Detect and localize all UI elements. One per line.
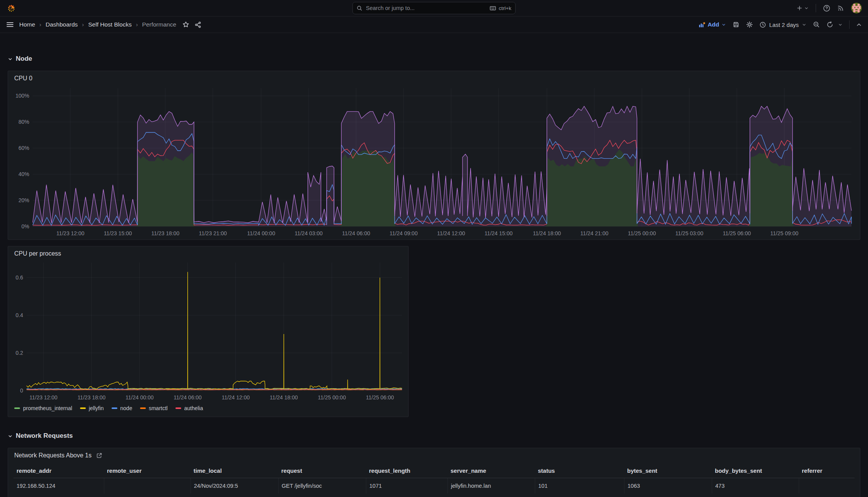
column-header[interactable]: remote_user (104, 463, 190, 478)
x-axis-label: 11/24 03:00 (295, 230, 323, 236)
y-axis-label: 40% (18, 171, 29, 177)
column-header[interactable]: request_length (366, 463, 447, 478)
y-axis-label: 0% (22, 223, 29, 229)
series-line-jellyfin (27, 272, 402, 390)
y-axis-label: 100% (15, 93, 29, 99)
network-table: remote_addrremote_usertime_localrequestr… (13, 463, 855, 494)
legend-swatch (140, 407, 146, 409)
help-icon (823, 5, 830, 12)
save-dashboard-button[interactable] (733, 21, 739, 28)
table-cell: 1071 (366, 478, 447, 494)
table-cell: jellyfin.home.lan (447, 478, 535, 494)
x-axis-label: 11/24 12:00 (222, 394, 250, 401)
dashboard-content: Node CPU 0 0%20%40%60%80%100%11/23 12:00… (0, 54, 868, 497)
legend-item[interactable]: node (112, 405, 132, 411)
table-cell: 192.168.50.124 (13, 478, 104, 494)
share-button[interactable] (195, 22, 201, 28)
chevron-up-icon (856, 22, 862, 28)
time-range-picker[interactable]: Last 2 days (760, 22, 806, 28)
row-header-node[interactable]: Node (8, 54, 860, 64)
toolbar-divider (849, 20, 850, 29)
column-header[interactable]: referrer (799, 463, 853, 478)
time-range-label: Last 2 days (769, 22, 799, 28)
dashboard-settings-button[interactable] (746, 21, 753, 28)
external-link-icon[interactable] (96, 452, 102, 459)
panel-network-requests: Network Requests Above 1s remote_addrrem… (8, 448, 860, 497)
x-axis-label: 11/24 00:00 (125, 394, 154, 401)
x-axis-label: 11/25 06:00 (723, 230, 751, 236)
share-icon (195, 22, 201, 28)
legend-item[interactable]: prometheus_internal (14, 405, 72, 411)
y-axis-label: 0.4 (16, 312, 23, 318)
x-axis-label: 11/23 18:00 (77, 394, 105, 401)
x-axis-label: 11/24 09:00 (390, 230, 418, 236)
chevron-down-icon (802, 22, 806, 27)
y-axis-label: 0 (20, 387, 23, 394)
legend-label: jellyfin (89, 405, 104, 411)
x-axis-label: 11/25 09:00 (770, 230, 798, 236)
collapse-toolbar-button[interactable] (856, 22, 862, 28)
dashboard-toolbar: Home › Dashboards › Self Host Blocks › P… (0, 17, 868, 33)
x-axis-label: 11/25 00:00 (318, 394, 346, 401)
dashboard-actions (182, 21, 201, 28)
favorite-button[interactable] (182, 21, 189, 28)
x-axis-label: 11/23 21:00 (199, 230, 227, 236)
breadcrumb-home[interactable]: Home (19, 21, 35, 28)
column-header[interactable]: status (535, 463, 624, 478)
column-header[interactable]: body_bytes_sent (712, 463, 799, 478)
zoom-out-icon (813, 21, 820, 28)
top-nav-right (796, 3, 862, 13)
refresh-button[interactable] (826, 21, 843, 28)
panel-header[interactable]: Network Requests Above 1s (8, 448, 860, 460)
panel-cpu-per-process: CPU per process 00.20.40.611/23 12:0011/… (8, 246, 409, 417)
breadcrumb-separator-icon: › (82, 21, 84, 28)
grafana-logo[interactable] (6, 3, 17, 13)
legend-swatch (112, 407, 117, 409)
section-title: Network Requests (16, 432, 73, 440)
panel-header[interactable]: CPU 0 (8, 71, 860, 83)
add-button[interactable]: Add (699, 21, 726, 28)
toolbar-right: Add Last 2 days (699, 20, 862, 29)
x-axis-label: 11/24 18:00 (270, 394, 298, 401)
breadcrumb-dashboards[interactable]: Dashboards (46, 21, 78, 28)
avatar[interactable] (851, 3, 862, 13)
cpu0-chart[interactable]: 0%20%40%60%80%100%11/23 12:0011/23 15:00… (8, 83, 860, 239)
legend-swatch (80, 407, 86, 409)
legend-item[interactable]: jellyfin (80, 405, 104, 411)
mega-menu-button[interactable] (6, 21, 14, 28)
search-input[interactable]: Search or jump to... ctrl+k (352, 2, 516, 14)
cpu-per-process-chart[interactable]: 00.20.40.611/23 12:0011/23 18:0011/24 00… (8, 258, 408, 404)
x-axis-label: 11/23 12:00 (29, 394, 57, 401)
breadcrumb-folder[interactable]: Self Host Blocks (88, 21, 132, 28)
column-header[interactable]: time_local (190, 463, 278, 478)
column-header[interactable]: remote_addr (13, 463, 104, 478)
legend-item[interactable]: authelia (175, 405, 203, 411)
panel-title-text: CPU per process (14, 250, 61, 257)
x-axis-label: 11/24 12:00 (437, 230, 465, 236)
x-axis-label: 11/24 18:00 (533, 230, 561, 236)
news-button[interactable] (837, 5, 844, 12)
star-icon (182, 21, 189, 28)
table-row[interactable]: 192.168.50.12424/Nov/2024:09:5GET /jelly… (13, 478, 855, 494)
section-chevron-icon (8, 434, 13, 439)
breadcrumb-separator-icon: › (136, 21, 138, 28)
legend-label: authelia (184, 405, 203, 411)
new-menu-button[interactable] (796, 5, 809, 11)
panel-header[interactable]: CPU per process (8, 246, 408, 258)
column-header[interactable]: bytes_sent (624, 463, 712, 478)
x-axis-label: 11/25 06:00 (366, 394, 394, 401)
legend-swatch (14, 407, 20, 409)
column-header[interactable]: server_name (447, 463, 535, 478)
legend-label: node (120, 405, 132, 411)
table-cell (104, 478, 190, 494)
column-header[interactable]: request (278, 463, 366, 478)
zoom-out-button[interactable] (813, 21, 820, 28)
table-cell (799, 478, 853, 494)
help-button[interactable] (823, 5, 830, 12)
row-header-network[interactable]: Network Requests (8, 431, 860, 441)
x-axis-label: 11/23 15:00 (104, 230, 132, 236)
table-cell: 1063 (624, 478, 712, 494)
x-axis-label: 11/25 03:00 (675, 230, 703, 236)
keyboard-icon (489, 6, 496, 11)
legend-item[interactable]: smartctl (140, 405, 168, 411)
